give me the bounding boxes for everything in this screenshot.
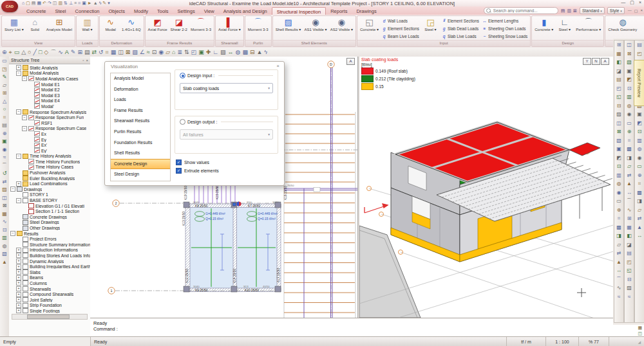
tool-icon[interactable]: ◉ [3, 147, 7, 152]
tool-icon[interactable]: ✎ [71, 48, 76, 56]
ribbon-tab[interactable]: Connection [71, 7, 104, 15]
tool-icon[interactable]: ⇄ [91, 48, 97, 56]
command-search[interactable] [484, 7, 558, 14]
tool-icon[interactable]: ◰ [627, 259, 632, 265]
tree-item[interactable]: Response Spectrum Case [9, 126, 90, 132]
tool-icon[interactable]: ▥ [627, 94, 632, 100]
tree-expander-icon[interactable] [16, 275, 21, 280]
view3d-button[interactable]: A [601, 58, 609, 65]
tool-icon[interactable]: ⊞ [617, 42, 621, 48]
tool-icon[interactable]: □ [39, 48, 42, 56]
tree-item[interactable]: Modal E2 [9, 87, 90, 93]
tool-icon[interactable]: ▦ [2, 211, 7, 217]
view3d-button[interactable]: Y [583, 58, 591, 65]
app-logo-icon[interactable]: CAD [1, 1, 18, 12]
tool-icon[interactable]: ⊡ [638, 129, 642, 134]
tool-icon[interactable]: ⌖ [9, 48, 12, 56]
tool-icon[interactable]: ◉ [638, 155, 642, 161]
tool-icon[interactable]: ↺ [99, 48, 104, 56]
tree-item[interactable]: Pushover Analysis [9, 170, 90, 176]
tree-item[interactable]: Modal E4 [9, 98, 90, 104]
tool-icon[interactable]: ▲ [256, 48, 262, 56]
tree-item[interactable]: Structure Summary Information [9, 242, 90, 248]
tool-icon[interactable]: ∠ [140, 48, 145, 56]
tool-icon[interactable]: ▣ [637, 111, 642, 117]
tree-expander-icon[interactable] [16, 71, 21, 76]
ribbon-shell-results-button[interactable]: ▨Shell Results ▾ [274, 17, 303, 40]
tree-expander-icon[interactable] [10, 187, 15, 192]
dialog-nav-item[interactable]: Loads [111, 95, 170, 105]
tree-item[interactable]: Modal' [9, 104, 90, 109]
tool-icon[interactable]: ⌗ [618, 215, 621, 221]
tool-icon[interactable]: ⇅ [184, 48, 189, 56]
design-input-radio[interactable] [180, 73, 185, 78]
tool-icon[interactable]: ⌒ [627, 198, 632, 204]
ribbon-axial-force-button[interactable]: ◩Axial Force [147, 17, 169, 40]
scale-indicator[interactable]: 1 : 100 [546, 337, 579, 346]
tool-icon[interactable]: ⌗ [3, 114, 6, 120]
tool-icon[interactable]: ╱ [33, 48, 37, 56]
ribbon-tab[interactable]: Analysis and Design [219, 7, 272, 15]
tree-item[interactable]: Strip Foundation [9, 303, 90, 309]
tree-item[interactable]: Columns [9, 280, 90, 286]
ribbon-tab[interactable]: Settings [173, 7, 200, 15]
tree-expander-icon[interactable] [22, 115, 27, 120]
tool-icon[interactable]: ⊡ [627, 86, 632, 91]
tool-icon[interactable]: ⊞ [77, 48, 82, 56]
tree-item[interactable]: Modal Analysis [9, 71, 90, 77]
tree-item[interactable]: Elevation G1 / G1 Elevati [9, 203, 90, 209]
tool-icon[interactable]: ▣ [2, 138, 7, 144]
tool-icon[interactable]: ◇ [44, 48, 48, 56]
plan-view-2d[interactable]: D 2 1 K8 25/50 K7 25/50 K9 25/50 K10 25/… [90, 57, 357, 318]
tool-icon[interactable]: ▦ [638, 325, 642, 331]
tool-icon[interactable]: ▨ [2, 187, 7, 192]
tool-icon[interactable]: ∿ [58, 48, 63, 56]
tool-icon[interactable]: ◩ [637, 120, 642, 126]
tree-expander-icon[interactable] [16, 308, 21, 313]
tree-expander-icon[interactable] [16, 109, 21, 114]
tree-item[interactable]: Beams [9, 275, 90, 281]
tool-icon[interactable]: ▱ [3, 82, 6, 88]
tree-item[interactable]: Introduction Informations [9, 248, 90, 253]
tree-item[interactable]: RSF1 [9, 120, 90, 126]
tool-icon[interactable]: ◱ [616, 94, 621, 100]
ribbon-tab[interactable]: View [200, 7, 219, 15]
tool-icon[interactable]: ◫ [616, 120, 621, 126]
tool-icon[interactable]: ⌒ [50, 48, 56, 56]
tree-item[interactable]: Time History Cases [9, 165, 90, 170]
tree-expander-icon[interactable] [16, 264, 21, 269]
tool-icon[interactable]: ⊡ [617, 163, 621, 169]
tool-icon[interactable]: ▲ [627, 181, 632, 187]
tool-icon[interactable]: ⌗ [638, 181, 641, 187]
ribbon-story-list-button[interactable]: ▦Story List ▾ [3, 17, 25, 40]
tool-icon[interactable]: ◪ [616, 68, 621, 74]
dialog-nav-item[interactable]: Concrete Design [111, 159, 170, 170]
ribbon-concrete-button[interactable]: ◱Concrete ▾ [359, 17, 380, 40]
tool-icon[interactable]: ▲ [616, 259, 621, 265]
ribbon-wall-button[interactable]: ▥Wall ▾ [78, 17, 97, 40]
tool-icon[interactable]: ▨ [616, 111, 621, 117]
tree-item[interactable]: Ey' [9, 148, 90, 154]
ribbon-element-sections-button[interactable]: gElement Sections [382, 25, 419, 32]
tool-icon[interactable]: ▱ [166, 48, 170, 56]
tree-expander-icon[interactable] [16, 269, 21, 275]
tool-icon[interactable]: ▣ [198, 48, 204, 56]
tool-icon[interactable]: ▤ [627, 250, 632, 256]
tool-icon[interactable]: ▨ [627, 285, 632, 291]
ribbon-steel-button[interactable]: ∟Steel ▾ [555, 17, 574, 40]
tree-item[interactable]: Compound Shearwalls [9, 291, 90, 297]
model-view-3d[interactable]: Slab coating loads [tf/m²] 0.149 (Roof s… [359, 57, 613, 318]
tool-icon[interactable]: ⌗ [106, 48, 109, 56]
tool-icon[interactable]: ▩ [242, 48, 248, 56]
tool-icon[interactable]: ◍ [638, 146, 642, 152]
tool-icon[interactable]: ◉ [627, 111, 632, 117]
mini-window-button[interactable]: ▢ [634, 8, 638, 13]
tool-icon[interactable]: A [65, 48, 69, 56]
ribbon-tab[interactable]: Modify [129, 7, 153, 15]
show-values-checkbox[interactable]: ✓ [176, 159, 182, 165]
tool-icon[interactable]: ▧ [132, 48, 138, 56]
tree-expander-icon[interactable] [16, 181, 21, 187]
tool-icon[interactable]: ▥ [2, 235, 7, 241]
ribbon-slab-live-loads-button[interactable]: qSlab Live Loads [442, 33, 479, 40]
tool-icon[interactable]: ▩ [637, 190, 642, 196]
